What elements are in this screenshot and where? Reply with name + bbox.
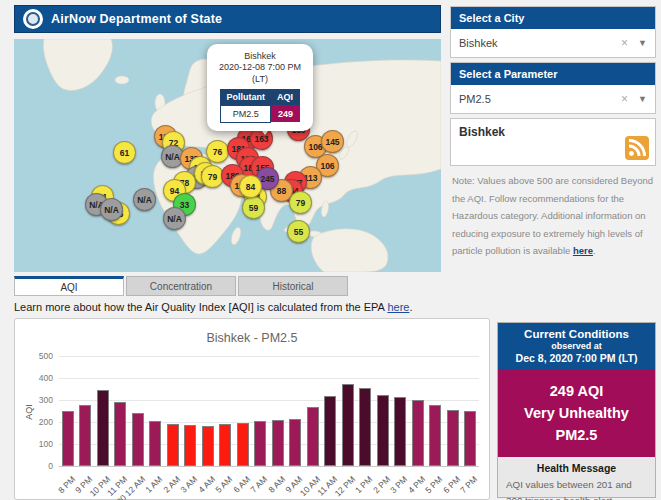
bar-3-pm[interactable]: [394, 397, 406, 466]
bar-7-pm[interactable]: [464, 411, 476, 466]
map-marker-aqi-n-a[interactable]: N/A: [100, 198, 123, 221]
bar-11-pm[interactable]: [114, 402, 126, 466]
bar-11-am[interactable]: [324, 396, 336, 466]
parameter-select-header: Select a Parameter: [451, 63, 655, 85]
popup-aqi-value: 249: [271, 105, 300, 122]
note-text: Note: Values above 500 are considered Be…: [452, 175, 653, 256]
current-aqi-category: Very Unhealthy: [500, 403, 653, 425]
learn-more-text: Learn more about how the Air Quality Ind…: [14, 301, 387, 313]
map-marker-aqi-145[interactable]: 145: [321, 130, 344, 153]
popup-datetime: 2020-12-08 7:00 PM: [212, 62, 308, 73]
bar-2-am[interactable]: [167, 424, 179, 466]
current-aqi-block: 249 AQI Very Unhealthy PM2.5: [498, 370, 655, 457]
chart-tabs: AQIConcentrationHistorical: [14, 276, 350, 296]
bar-12-8-2020-12-am[interactable]: [132, 413, 144, 466]
current-conditions-header: Current Conditions observed at Dec 8, 20…: [498, 323, 655, 370]
map-marker-aqi-n-a[interactable]: N/A: [133, 188, 156, 211]
dropdown-caret-icon[interactable]: ▼: [638, 38, 647, 48]
parameter-select-panel: Select a Parameter PM2.5 × ▼: [450, 62, 656, 114]
learn-more-suffix: .: [409, 301, 412, 313]
tab-historical[interactable]: Historical: [238, 276, 348, 296]
bar-12-pm[interactable]: [342, 384, 354, 466]
parameter-select-value: PM2.5: [459, 93, 621, 105]
gridline-500: [59, 356, 479, 357]
state-department-seal-icon: [23, 9, 43, 29]
clear-icon[interactable]: ×: [621, 92, 628, 106]
feed-city-label: Bishkek: [459, 125, 647, 139]
bar-6-pm[interactable]: [447, 410, 459, 466]
map-marker-aqi-59[interactable]: 59: [242, 196, 265, 219]
y-tick-300: 300: [27, 395, 53, 405]
tab-concentration[interactable]: Concentration: [126, 276, 236, 296]
map-marker-aqi-61[interactable]: 61: [113, 141, 136, 164]
seal-inner-ring: [26, 12, 40, 26]
health-message-block: Health Message AQI values between 201 an…: [498, 457, 655, 500]
app-header: AirNow Department of State: [14, 5, 441, 33]
city-select[interactable]: Bishkek × ▼: [451, 29, 655, 57]
rss-icon[interactable]: [625, 136, 649, 160]
bar-8-pm[interactable]: [62, 411, 74, 466]
bar-5-am[interactable]: [219, 424, 231, 466]
airnow-page: AirNow Department of State: [0, 0, 661, 500]
bar-7-am[interactable]: [254, 421, 266, 466]
bar-8-am[interactable]: [272, 420, 284, 466]
app-title: AirNow Department of State: [51, 12, 222, 26]
bar-1-pm[interactable]: [359, 388, 371, 466]
bar-10-am[interactable]: [307, 407, 319, 466]
clear-icon[interactable]: ×: [621, 36, 628, 50]
bar-9-am[interactable]: [289, 419, 301, 466]
popup-timezone: (LT): [212, 74, 308, 85]
observed-at-label: observed at: [500, 341, 653, 351]
current-conditions-title: Current Conditions: [500, 328, 653, 340]
current-aqi-value: 249 AQI: [500, 381, 653, 403]
city-select-panel: Select a City Bishkek × ▼: [450, 6, 656, 58]
city-select-value: Bishkek: [459, 37, 621, 49]
learn-more-line: Learn more about how the Air Quality Ind…: [14, 301, 412, 313]
current-aqi-pollutant: PM2.5: [500, 425, 653, 447]
bar-1-am[interactable]: [149, 421, 161, 466]
y-tick-100: 100: [27, 439, 53, 449]
map-marker-aqi-79[interactable]: 79: [289, 191, 312, 214]
popup-city: Bishkek: [212, 51, 308, 62]
dropdown-caret-icon[interactable]: ▼: [638, 94, 647, 104]
map-marker-aqi-n-a[interactable]: N/A: [163, 207, 186, 230]
note-suffix: .: [593, 245, 596, 256]
bar-6-am[interactable]: [237, 423, 249, 466]
bar-5-pm[interactable]: [429, 405, 441, 466]
city-feed-box: Bishkek: [450, 118, 656, 166]
bar-10-pm[interactable]: [97, 390, 109, 466]
beyond-aqi-note: Note: Values above 500 are considered Be…: [452, 172, 654, 260]
y-tick-200: 200: [27, 417, 53, 427]
city-select-header: Select a City: [451, 7, 655, 29]
gridline-0: [59, 466, 479, 467]
gridline-400: [59, 378, 479, 379]
y-tick-0: 0: [27, 461, 53, 471]
aqi-bar-chart: Bishkek - PM2.5 AQI 50040030020010008 PM…: [14, 318, 490, 500]
popup-aqi-header: AQI: [271, 89, 300, 106]
parameter-select[interactable]: PM2.5 × ▼: [451, 85, 655, 113]
note-here-link[interactable]: here: [573, 245, 593, 256]
learn-more-here-link[interactable]: here: [387, 301, 409, 313]
bar-4-am[interactable]: [202, 426, 214, 466]
tab-aqi[interactable]: AQI: [14, 276, 124, 296]
y-tick-500: 500: [27, 351, 53, 361]
map-marker-aqi-55[interactable]: 55: [287, 220, 310, 243]
bar-3-am[interactable]: [184, 425, 196, 466]
map-marker-aqi-84[interactable]: 84: [239, 175, 262, 198]
bar-4-pm[interactable]: [412, 400, 424, 466]
health-message-text: AQI values between 201 and 300 trigger a…: [506, 477, 647, 500]
y-tick-400: 400: [27, 373, 53, 383]
bar-9-pm[interactable]: [79, 405, 91, 466]
map-popup[interactable]: Bishkek 2020-12-08 7:00 PM (LT) Pollutan…: [207, 44, 313, 131]
popup-table: Pollutant AQI PM2.5 249: [220, 89, 300, 123]
popup-pollutant-header: Pollutant: [220, 89, 271, 106]
observed-time: Dec 8, 2020 7:00 PM (LT): [500, 352, 653, 364]
bar-2-pm[interactable]: [377, 395, 389, 466]
chart-title: Bishkek - PM2.5: [15, 331, 489, 345]
health-message-title: Health Message: [506, 462, 647, 474]
map-marker-aqi-76[interactable]: 76: [206, 140, 229, 163]
aqi-world-map[interactable]: 6111772N/A135107N/A807976789433N/A51N/A5…: [14, 39, 441, 272]
popup-pollutant-value: PM2.5: [220, 105, 271, 122]
current-conditions-panel: Current Conditions observed at Dec 8, 20…: [497, 322, 656, 498]
